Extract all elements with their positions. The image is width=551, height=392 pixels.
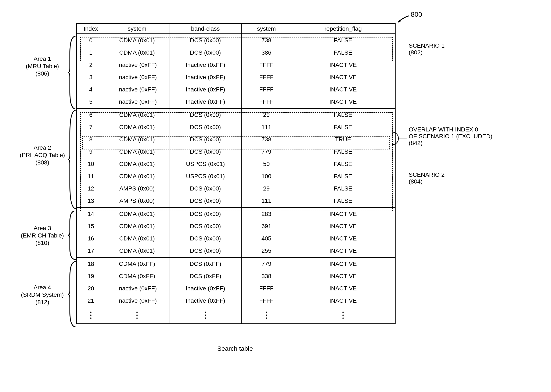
- cell: AMPS (0x00): [105, 182, 170, 195]
- vdots-icon: [77, 307, 105, 323]
- cell: DCS (0x00): [170, 195, 242, 207]
- cell: DCS (0x00): [170, 121, 242, 133]
- table-row: 11CDMA (0x01)USPCS (0x01)100FALSE: [77, 170, 395, 182]
- hdr-index: Index: [77, 24, 105, 34]
- ellipsis-row: [77, 307, 395, 323]
- scenario1-callout: SCENARIO 1 (802): [409, 42, 445, 56]
- cell: FALSE: [291, 195, 395, 207]
- table-row: 13AMPS (0x00)DCS (0x00)111FALSE: [77, 195, 395, 207]
- figure-arrow-icon: [396, 15, 411, 23]
- cell: 29: [242, 182, 291, 195]
- table-row: 21Inactive (0xFF)Inactive (0xFF)FFFFINAC…: [77, 295, 395, 307]
- area-4-sub: (SRDM System): [21, 291, 64, 298]
- cell: DCS (0x00): [170, 220, 242, 232]
- cell: 29: [242, 109, 291, 121]
- scenario1-title: SCENARIO 1: [409, 42, 445, 49]
- cell: Inactive (0xFF): [170, 96, 242, 108]
- svg-point-5: [136, 317, 138, 319]
- overlap-callout: OVERLAP WITH INDEX 0 OF SCENARIO 1 (EXCL…: [409, 126, 492, 147]
- table-row: 1CDMA (0x01)DCS (0x00)386FALSE: [77, 47, 395, 59]
- svg-point-7: [205, 315, 206, 316]
- overlap-code: (842): [409, 140, 423, 146]
- cell: DCS (0x00): [170, 182, 242, 195]
- area-1-code: (806): [35, 70, 49, 77]
- cell: INACTIVE: [291, 83, 395, 96]
- figure-number: 800: [411, 11, 422, 18]
- cell: CDMA (0x01): [105, 158, 170, 170]
- cell: CDMA (0x01): [105, 109, 170, 121]
- svg-point-14: [342, 317, 344, 319]
- cell: 283: [242, 208, 291, 220]
- connector: [398, 138, 407, 138]
- cell: 111: [242, 195, 291, 207]
- cell: 779: [242, 258, 291, 270]
- cell: CDMA (0x01): [105, 220, 170, 232]
- cell: Inactive (0xFF): [105, 59, 170, 71]
- area-1-sub: (MRU Table): [26, 63, 59, 70]
- cell: 338: [242, 270, 291, 282]
- table-row: 14CDMA (0x01)DCS (0x00)283INACTIVE: [77, 207, 395, 220]
- cell: FFFF: [242, 83, 291, 96]
- cell: 100: [242, 170, 291, 182]
- cell: INACTIVE: [291, 270, 395, 282]
- cell: 17: [77, 245, 105, 257]
- cell: FFFF: [242, 295, 291, 307]
- cell: Inactive (0xFF): [105, 83, 170, 96]
- cell: DCS (0x00): [170, 245, 242, 257]
- connector-hook: [392, 132, 399, 145]
- cell: 255: [242, 245, 291, 257]
- table-row: 17CDMA (0x01)DCS (0x00)255INACTIVE: [77, 245, 395, 257]
- svg-point-13: [342, 315, 344, 316]
- connector: [392, 48, 407, 48]
- cell: INACTIVE: [291, 258, 395, 270]
- cell: DCS (0x00): [170, 47, 242, 59]
- cell: DCS (0xFF): [170, 270, 242, 282]
- area-2-code: (808): [35, 159, 49, 166]
- cell: DCS (0x00): [170, 146, 242, 158]
- cell: CDMA (0x01): [105, 47, 170, 59]
- svg-point-4: [136, 315, 138, 316]
- cell: CDMA (0x01): [105, 34, 170, 47]
- cell: CDMA (0x01): [105, 232, 170, 245]
- cell: INACTIVE: [291, 96, 395, 108]
- svg-point-0: [90, 312, 92, 313]
- cell: USPCS (0x01): [170, 170, 242, 182]
- cell: FFFF: [242, 282, 291, 295]
- table-row: 3Inactive (0xFF)Inactive (0xFF)FFFFINACT…: [77, 71, 395, 83]
- area-3-name: Area 3: [34, 225, 51, 231]
- cell: TRUE: [291, 133, 395, 146]
- scenario2-code: (804): [409, 178, 423, 185]
- vdots-icon: [105, 307, 170, 323]
- scenario2-callout: SCENARIO 2 (804): [409, 171, 445, 185]
- cell: FALSE: [291, 121, 395, 133]
- cell: 6: [77, 109, 105, 121]
- svg-point-3: [136, 312, 138, 313]
- area-2-sub: (PRL ACQ Table): [20, 152, 65, 158]
- figure-page: 800 Index system band-class system repet…: [8, 8, 542, 383]
- cell: 15: [77, 220, 105, 232]
- cell: 691: [242, 220, 291, 232]
- cell: CDMA (0xFF): [105, 258, 170, 270]
- cell: CDMA (0x01): [105, 121, 170, 133]
- search-table: Index system band-class system repetitio…: [76, 23, 396, 324]
- table-caption: Search table: [76, 345, 394, 352]
- cell: Inactive (0xFF): [170, 83, 242, 96]
- cell: 10: [77, 158, 105, 170]
- cell: 738: [242, 133, 291, 146]
- hdr-system: system: [105, 24, 170, 34]
- overlap-l1: OVERLAP WITH INDEX 0: [409, 126, 478, 133]
- cell: 8: [77, 133, 105, 146]
- svg-point-12: [342, 312, 344, 313]
- svg-point-11: [266, 317, 267, 319]
- cell: Inactive (0xFF): [170, 295, 242, 307]
- table-row: 10CDMA (0x01)USPCS (0x01)50FALSE: [77, 158, 395, 170]
- cell: 20: [77, 282, 105, 295]
- cell: FFFF: [242, 71, 291, 83]
- table-row: 18CDMA (0xFF)DCS (0xFF)779INACTIVE: [77, 257, 395, 270]
- cell: Inactive (0xFF): [105, 96, 170, 108]
- cell: 11: [77, 170, 105, 182]
- cell: INACTIVE: [291, 295, 395, 307]
- table-row: 20Inactive (0xFF)Inactive (0xFF)FFFFINAC…: [77, 282, 395, 295]
- cell: 779: [242, 146, 291, 158]
- cell: FALSE: [291, 34, 395, 47]
